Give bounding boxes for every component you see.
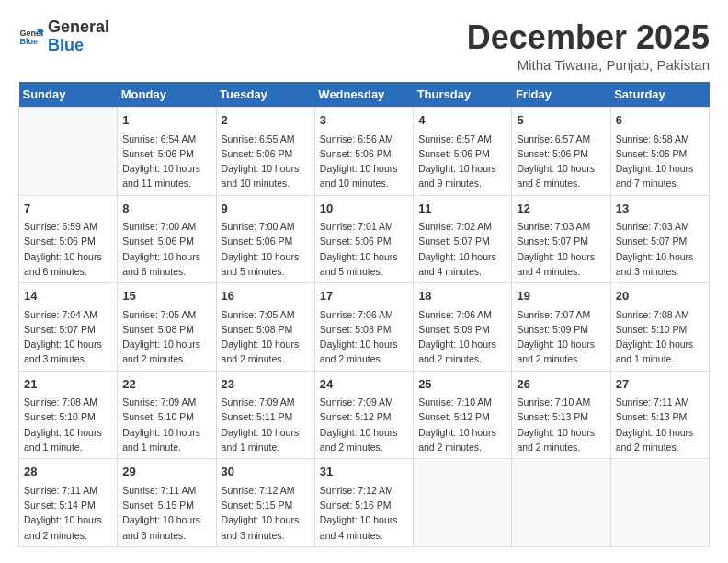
day-number: 2	[222, 111, 310, 130]
day-info: Sunrise: 7:12 AM Sunset: 5:16 PM Dayligh…	[320, 483, 408, 543]
calendar-cell	[512, 459, 610, 547]
calendar-cell: 5Sunrise: 6:57 AM Sunset: 5:06 PM Daylig…	[512, 108, 610, 196]
day-info: Sunrise: 7:12 AM Sunset: 5:15 PM Dayligh…	[222, 483, 310, 543]
calendar-cell: 26Sunrise: 7:10 AM Sunset: 5:13 PM Dayli…	[512, 371, 610, 459]
calendar-cell: 3Sunrise: 6:56 AM Sunset: 5:06 PM Daylig…	[314, 108, 413, 196]
calendar-cell: 16Sunrise: 7:05 AM Sunset: 5:08 PM Dayli…	[216, 283, 314, 372]
day-number: 31	[320, 463, 408, 481]
weekday-header-wednesday: Wednesday	[314, 82, 413, 108]
day-number: 13	[616, 200, 704, 218]
day-number: 27	[616, 375, 704, 394]
day-info: Sunrise: 6:55 AM Sunset: 5:06 PM Dayligh…	[222, 132, 310, 191]
day-info: Sunrise: 6:58 AM Sunset: 5:06 PM Dayligh…	[616, 132, 704, 191]
day-info: Sunrise: 7:03 AM Sunset: 5:07 PM Dayligh…	[517, 219, 605, 279]
day-info: Sunrise: 7:04 AM Sunset: 5:07 PM Dayligh…	[24, 307, 112, 367]
weekday-header-row: SundayMondayTuesdayWednesdayThursdayFrid…	[19, 82, 710, 108]
day-info: Sunrise: 7:09 AM Sunset: 5:11 PM Dayligh…	[222, 395, 310, 454]
day-info: Sunrise: 7:09 AM Sunset: 5:12 PM Dayligh…	[320, 395, 408, 454]
logo-text-line1: General	[48, 18, 109, 37]
calendar-cell: 29Sunrise: 7:11 AM Sunset: 5:15 PM Dayli…	[118, 459, 216, 547]
day-info: Sunrise: 7:05 AM Sunset: 5:08 PM Dayligh…	[122, 307, 210, 367]
calendar-cell: 7Sunrise: 6:59 AM Sunset: 5:06 PM Daylig…	[19, 195, 118, 283]
day-number: 17	[320, 287, 408, 305]
day-number: 1	[122, 111, 210, 130]
title-block: December 2025 Mitha Tiwana, Punjab, Paki…	[467, 18, 710, 73]
day-info: Sunrise: 7:07 AM Sunset: 5:09 PM Dayligh…	[517, 307, 605, 367]
weekday-header-tuesday: Tuesday	[216, 82, 314, 108]
calendar-cell: 27Sunrise: 7:11 AM Sunset: 5:13 PM Dayli…	[610, 371, 709, 459]
day-number: 25	[418, 375, 506, 394]
calendar-cell: 6Sunrise: 6:58 AM Sunset: 5:06 PM Daylig…	[610, 108, 709, 196]
day-number: 9	[222, 200, 310, 218]
svg-text:Blue: Blue	[19, 37, 38, 46]
calendar-cell: 22Sunrise: 7:09 AM Sunset: 5:10 PM Dayli…	[118, 371, 216, 459]
day-info: Sunrise: 7:10 AM Sunset: 5:12 PM Dayligh…	[418, 395, 506, 454]
day-info: Sunrise: 7:11 AM Sunset: 5:14 PM Dayligh…	[24, 483, 112, 543]
weekday-header-monday: Monday	[118, 82, 216, 108]
weekday-header-thursday: Thursday	[414, 82, 512, 108]
calendar-cell: 18Sunrise: 7:06 AM Sunset: 5:09 PM Dayli…	[414, 283, 512, 372]
calendar-cell: 9Sunrise: 7:00 AM Sunset: 5:06 PM Daylig…	[216, 195, 314, 283]
day-info: Sunrise: 6:54 AM Sunset: 5:06 PM Dayligh…	[122, 132, 210, 191]
day-number: 22	[122, 375, 210, 394]
calendar-cell: 17Sunrise: 7:06 AM Sunset: 5:08 PM Dayli…	[314, 283, 413, 372]
day-number: 15	[122, 287, 210, 305]
day-number: 23	[222, 375, 310, 394]
calendar-week-4: 21Sunrise: 7:08 AM Sunset: 5:10 PM Dayli…	[19, 371, 710, 459]
calendar-table: SundayMondayTuesdayWednesdayThursdayFrid…	[18, 82, 710, 547]
calendar-cell: 19Sunrise: 7:07 AM Sunset: 5:09 PM Dayli…	[512, 283, 610, 372]
day-info: Sunrise: 6:57 AM Sunset: 5:06 PM Dayligh…	[418, 132, 506, 191]
month-title: December 2025	[467, 18, 710, 57]
calendar-cell	[19, 108, 118, 196]
day-number: 11	[418, 200, 506, 218]
logo-text-line2: Blue	[48, 37, 109, 55]
day-number: 21	[24, 375, 112, 394]
day-info: Sunrise: 7:11 AM Sunset: 5:15 PM Dayligh…	[122, 483, 210, 543]
calendar-cell: 11Sunrise: 7:02 AM Sunset: 5:07 PM Dayli…	[414, 195, 512, 283]
day-info: Sunrise: 7:00 AM Sunset: 5:06 PM Dayligh…	[122, 219, 210, 279]
calendar-week-5: 28Sunrise: 7:11 AM Sunset: 5:14 PM Dayli…	[19, 459, 710, 547]
weekday-header-sunday: Sunday	[19, 82, 118, 108]
calendar-cell: 28Sunrise: 7:11 AM Sunset: 5:14 PM Dayli…	[19, 459, 118, 547]
calendar-cell: 8Sunrise: 7:00 AM Sunset: 5:06 PM Daylig…	[118, 195, 216, 283]
logo: General Blue General Blue	[18, 18, 109, 55]
day-number: 18	[418, 287, 506, 305]
calendar-cell: 15Sunrise: 7:05 AM Sunset: 5:08 PM Dayli…	[118, 283, 216, 372]
day-info: Sunrise: 7:08 AM Sunset: 5:10 PM Dayligh…	[616, 307, 704, 367]
day-info: Sunrise: 7:08 AM Sunset: 5:10 PM Dayligh…	[24, 395, 112, 454]
day-number: 8	[122, 200, 210, 218]
calendar-cell: 20Sunrise: 7:08 AM Sunset: 5:10 PM Dayli…	[610, 283, 709, 372]
calendar-cell: 31Sunrise: 7:12 AM Sunset: 5:16 PM Dayli…	[314, 459, 413, 547]
day-info: Sunrise: 6:57 AM Sunset: 5:06 PM Dayligh…	[517, 132, 605, 191]
day-info: Sunrise: 7:10 AM Sunset: 5:13 PM Dayligh…	[517, 395, 605, 454]
calendar-cell: 1Sunrise: 6:54 AM Sunset: 5:06 PM Daylig…	[118, 108, 216, 196]
day-number: 14	[24, 287, 112, 305]
day-info: Sunrise: 7:06 AM Sunset: 5:09 PM Dayligh…	[418, 307, 506, 367]
calendar-cell: 23Sunrise: 7:09 AM Sunset: 5:11 PM Dayli…	[216, 371, 314, 459]
day-number: 7	[24, 200, 112, 218]
calendar-cell: 10Sunrise: 7:01 AM Sunset: 5:06 PM Dayli…	[314, 195, 413, 283]
day-info: Sunrise: 7:05 AM Sunset: 5:08 PM Dayligh…	[222, 307, 310, 367]
calendar-week-1: 1Sunrise: 6:54 AM Sunset: 5:06 PM Daylig…	[19, 108, 710, 196]
calendar-cell: 25Sunrise: 7:10 AM Sunset: 5:12 PM Dayli…	[414, 371, 512, 459]
day-number: 26	[517, 375, 605, 394]
day-info: Sunrise: 7:03 AM Sunset: 5:07 PM Dayligh…	[616, 219, 704, 279]
day-info: Sunrise: 7:02 AM Sunset: 5:07 PM Dayligh…	[418, 219, 506, 279]
day-info: Sunrise: 7:11 AM Sunset: 5:13 PM Dayligh…	[616, 395, 704, 454]
calendar-cell: 21Sunrise: 7:08 AM Sunset: 5:10 PM Dayli…	[19, 371, 118, 459]
calendar-cell: 2Sunrise: 6:55 AM Sunset: 5:06 PM Daylig…	[216, 108, 314, 196]
day-number: 30	[222, 463, 310, 481]
location: Mitha Tiwana, Punjab, Pakistan	[467, 57, 710, 73]
day-info: Sunrise: 7:06 AM Sunset: 5:08 PM Dayligh…	[320, 307, 408, 367]
day-number: 19	[517, 287, 605, 305]
calendar-cell: 24Sunrise: 7:09 AM Sunset: 5:12 PM Dayli…	[314, 371, 413, 459]
calendar-week-3: 14Sunrise: 7:04 AM Sunset: 5:07 PM Dayli…	[19, 283, 710, 372]
day-number: 3	[320, 111, 408, 130]
day-number: 6	[616, 111, 704, 130]
calendar-week-2: 7Sunrise: 6:59 AM Sunset: 5:06 PM Daylig…	[19, 195, 710, 283]
day-info: Sunrise: 7:09 AM Sunset: 5:10 PM Dayligh…	[122, 395, 210, 454]
weekday-header-friday: Friday	[512, 82, 610, 108]
calendar-cell: 13Sunrise: 7:03 AM Sunset: 5:07 PM Dayli…	[610, 195, 709, 283]
day-info: Sunrise: 7:00 AM Sunset: 5:06 PM Dayligh…	[222, 219, 310, 279]
day-number: 4	[418, 111, 506, 130]
